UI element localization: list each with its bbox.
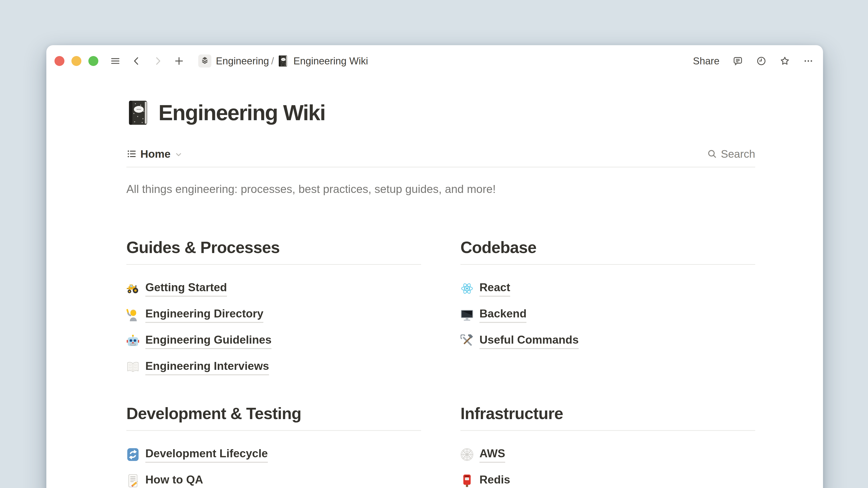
section-heading: Infrastructure — [460, 404, 755, 431]
page-link-row[interactable]: Development Lifecycle — [126, 446, 421, 463]
page-link-row[interactable]: Engineering Interviews — [126, 359, 421, 376]
clock-icon — [756, 56, 767, 66]
memo-icon — [126, 474, 140, 487]
section-items: Development Lifecycle How to QA — [126, 431, 421, 488]
toolbar-actions: Share — [693, 55, 813, 67]
comments-button[interactable] — [733, 56, 743, 66]
page-link-row[interactable]: React — [460, 280, 755, 297]
app-window: Engineering / Engineering Wiki Share Eng… — [46, 45, 823, 488]
breadcrumb-current-page[interactable]: Engineering Wiki — [293, 55, 368, 67]
sidebar-toggle-button[interactable] — [110, 56, 121, 66]
wiki-section: Development & Testing Development Lifecy… — [126, 404, 421, 488]
page-link[interactable]: Useful Commands — [479, 333, 579, 349]
page-link[interactable]: Backend — [479, 306, 526, 323]
chevron-down-icon — [174, 150, 183, 159]
comment-icon — [733, 56, 743, 66]
star-icon — [780, 56, 790, 66]
open-book-icon — [126, 361, 140, 374]
robot-icon — [126, 334, 140, 348]
page-link-row[interactable]: Getting Started — [126, 280, 421, 297]
teamspace-icon[interactable] — [198, 55, 211, 68]
page-link[interactable]: AWS — [479, 447, 505, 463]
hammer-wrench-icon — [460, 334, 473, 348]
page-link[interactable]: Development Lifecycle — [145, 447, 268, 463]
postbox-icon — [460, 474, 473, 487]
favorite-button[interactable] — [780, 56, 790, 66]
updates-button[interactable] — [756, 56, 767, 66]
page-title: Engineering Wiki — [158, 100, 325, 126]
page-link-row[interactable]: Redis — [460, 473, 755, 488]
zoom-button[interactable] — [88, 56, 98, 66]
view-tab-bar: Home Search — [126, 147, 755, 161]
chevron-left-icon — [131, 56, 142, 66]
page-link-row[interactable]: Engineering Guidelines — [126, 332, 421, 349]
page-link[interactable]: Engineering Directory — [145, 306, 264, 323]
page-link-row[interactable]: Engineering Directory — [126, 306, 421, 323]
ellipsis-icon — [803, 56, 813, 66]
close-button[interactable] — [55, 56, 64, 66]
notebook-icon[interactable] — [126, 100, 149, 126]
react-icon — [460, 282, 473, 295]
breadcrumb: Engineering / Engineering Wiki — [198, 55, 368, 68]
page-link[interactable]: Getting Started — [145, 281, 227, 297]
spider-web-icon — [460, 448, 473, 461]
page-link[interactable]: Engineering Guidelines — [145, 333, 272, 349]
wiki-section: Codebase React Backend Useful Commands — [460, 238, 755, 385]
section-heading: Guides & Processes — [126, 238, 421, 265]
desktop: Engineering / Engineering Wiki Share Eng… — [0, 0, 868, 488]
view-tab-label: Home — [141, 148, 170, 160]
breadcrumb-teamspace[interactable]: Engineering — [216, 55, 269, 67]
page-description: All things engineering: processes, best … — [126, 182, 755, 196]
page-link-row[interactable]: Backend — [460, 306, 755, 323]
minimize-button[interactable] — [71, 56, 81, 66]
page-link[interactable]: How to QA — [145, 473, 203, 488]
new-page-button[interactable] — [174, 56, 184, 66]
page-link[interactable]: Redis — [479, 473, 510, 488]
hamburger-icon — [110, 56, 121, 66]
section-items: AWS Redis — [460, 431, 755, 488]
plus-icon — [174, 56, 184, 66]
forward-button[interactable] — [153, 56, 163, 66]
search-label: Search — [721, 148, 755, 160]
wiki-section: Infrastructure AWS Redis — [460, 404, 755, 488]
tab-divider — [126, 167, 755, 167]
breadcrumb-separator: / — [271, 55, 274, 67]
more-button[interactable] — [803, 56, 813, 66]
page-link[interactable]: Engineering Interviews — [145, 359, 269, 375]
page-link-row[interactable]: How to QA — [126, 473, 421, 488]
page-link-row[interactable]: Useful Commands — [460, 332, 755, 349]
sections-grid: Guides & Processes Getting Started Engin… — [126, 238, 755, 488]
tractor-icon — [126, 282, 140, 295]
share-button[interactable]: Share — [693, 55, 719, 67]
view-tab-home[interactable]: Home — [126, 148, 183, 160]
window-toolbar: Engineering / Engineering Wiki Share — [46, 45, 823, 77]
back-button[interactable] — [131, 56, 142, 66]
section-heading: Codebase — [460, 238, 755, 265]
chevron-right-icon — [153, 56, 163, 66]
person-raising-hand-icon — [126, 308, 140, 321]
notebook-icon — [278, 55, 288, 67]
traffic-lights — [55, 56, 98, 66]
page-link-row[interactable]: AWS — [460, 446, 755, 463]
search-icon — [707, 149, 717, 159]
page-link[interactable]: React — [479, 281, 510, 297]
arrows-cycle-icon — [126, 448, 140, 461]
section-items: Getting Started Engineering Directory En… — [126, 265, 421, 376]
bulleted-list-icon — [126, 149, 137, 159]
page-content: Engineering Wiki Home Search All things … — [126, 100, 755, 488]
wiki-section: Guides & Processes Getting Started Engin… — [126, 238, 421, 385]
section-heading: Development & Testing — [126, 404, 421, 431]
search-button[interactable]: Search — [707, 148, 755, 160]
section-items: React Backend Useful Commands — [460, 265, 755, 349]
page-title-row: Engineering Wiki — [126, 100, 755, 126]
desktop-computer-icon — [460, 308, 473, 321]
stack-icon — [200, 55, 209, 67]
